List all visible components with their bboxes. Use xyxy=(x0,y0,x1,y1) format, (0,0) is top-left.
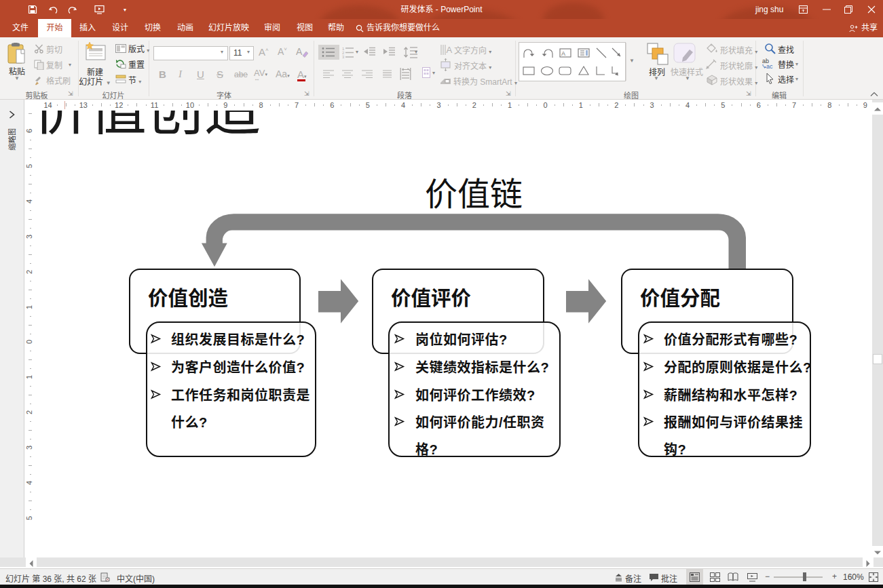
svg-text:ac: ac xyxy=(766,63,773,69)
svg-text:1: 1 xyxy=(342,47,345,51)
svg-text:A: A xyxy=(447,45,453,55)
svg-text:A: A xyxy=(296,46,303,57)
svg-text:A: A xyxy=(561,50,565,57)
svg-text:3: 3 xyxy=(342,55,345,58)
